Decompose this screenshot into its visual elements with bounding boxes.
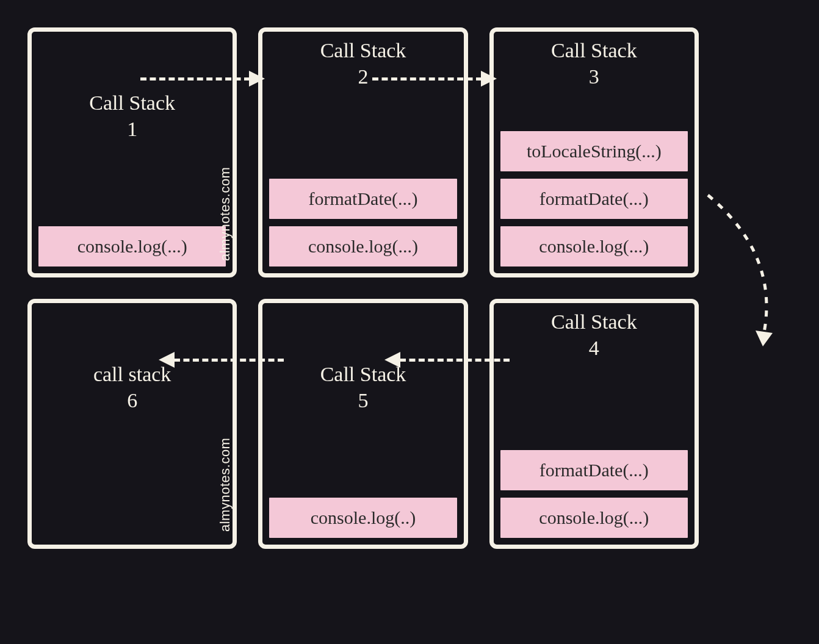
stack-frame: formatDate(...) <box>267 177 458 221</box>
panel-title: Call Stack 1 <box>32 90 233 142</box>
stack-frame: formatDate(...) <box>499 448 690 492</box>
stack-frame: console.log(...) <box>37 224 228 268</box>
panel-title: Call Stack 5 <box>262 362 463 413</box>
watermark-text: almynotes.com <box>217 438 233 532</box>
stack-frame: console.log(..) <box>267 496 458 540</box>
stack-panel-1: Call Stack 1 console.log(...) <box>27 27 237 277</box>
diagram-grid: Call Stack 1 console.log(...) Call Stack… <box>27 27 699 549</box>
arrow-3-to-4-icon <box>702 183 806 360</box>
panel-title: Call Stack 3 <box>494 38 695 90</box>
stack-frame: console.log(...) <box>267 224 458 268</box>
stack-panel-5: Call Stack 5 console.log(..) <box>258 299 467 549</box>
stack-frame: toLocaleString(...) <box>499 129 690 173</box>
stack-panel-3: Call Stack 3 toLocaleString(...) formatD… <box>489 27 699 277</box>
panel-title: call stack 6 <box>32 362 233 413</box>
svg-marker-0 <box>756 331 773 346</box>
watermark-text: almynotes.com <box>217 167 233 261</box>
stack-frame: console.log(...) <box>499 496 690 540</box>
stack-panel-4: Call Stack 4 formatDate(...) console.log… <box>489 299 699 549</box>
stack-panel-6: call stack 6 <box>27 299 237 549</box>
stack-panel-2: Call Stack 2 formatDate(...) console.log… <box>258 27 467 277</box>
stack-frame: formatDate(...) <box>499 177 690 221</box>
stack-frame: console.log(...) <box>499 224 690 268</box>
panel-title: Call Stack 2 <box>262 38 463 90</box>
panel-title: Call Stack 4 <box>494 309 695 361</box>
